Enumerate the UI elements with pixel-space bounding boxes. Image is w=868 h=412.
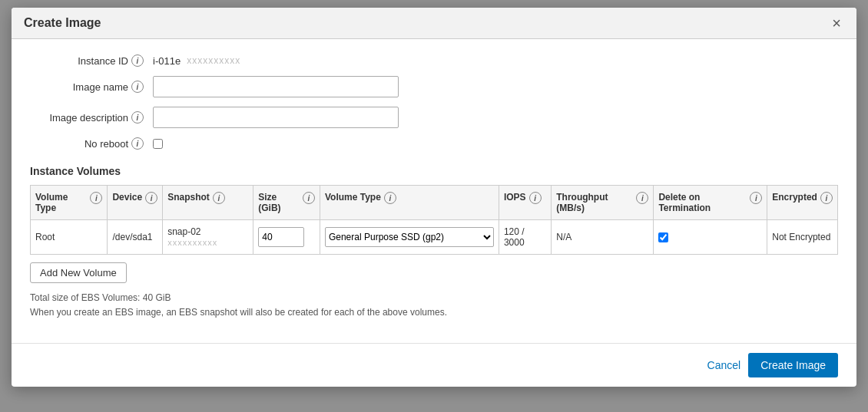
no-reboot-checkbox[interactable] [153, 139, 163, 149]
cell-snapshot-0: snap-02 xxxxxxxxxx [163, 220, 253, 255]
no-reboot-info-icon: i [131, 137, 144, 150]
delete-on-termination-checkbox-0[interactable] [658, 232, 668, 242]
cell-throughput-0: N/A [552, 220, 654, 255]
modal-header: Create Image × [12, 8, 856, 39]
size-input-0[interactable] [258, 227, 304, 247]
modal-footer: Cancel Create Image [12, 343, 856, 387]
image-name-row: Image name i [30, 76, 838, 97]
image-description-row: Image description i [30, 107, 838, 128]
instance-id-value: i-011e xxxxxxxxxx [153, 55, 240, 67]
th-volume-type: Volume Type i [31, 186, 108, 220]
image-name-input[interactable] [153, 76, 399, 97]
th-size: Size (GiB) i [253, 186, 320, 220]
modal-body: Instance ID i i-011e xxxxxxxxxx Image na… [12, 39, 856, 335]
modal-title: Create Image [24, 16, 101, 30]
iops-col-info-icon: i [529, 192, 542, 204]
create-image-modal: Create Image × Instance ID i i-011e xxxx… [12, 8, 856, 387]
instance-id-label: Instance ID i [30, 54, 153, 67]
th-encrypted: Encrypted i [767, 186, 838, 220]
total-size-note: Total size of EBS Volumes: 40 GiB [30, 291, 838, 305]
image-description-input[interactable] [153, 107, 399, 128]
instance-id-row: Instance ID i i-011e xxxxxxxxxx [30, 54, 838, 67]
cell-size-0[interactable] [253, 220, 320, 255]
no-reboot-row: No reboot i [30, 137, 838, 150]
create-image-button[interactable]: Create Image [748, 353, 838, 377]
image-description-label: Image description i [30, 111, 153, 124]
volume-type-col2-info-icon: i [384, 192, 396, 204]
volume-type-col-info-icon: i [90, 192, 102, 204]
th-throughput: Throughput (MB/s) i [552, 186, 654, 220]
cancel-button[interactable]: Cancel [707, 359, 741, 371]
add-new-volume-button[interactable]: Add New Volume [30, 262, 127, 283]
th-device: Device i [108, 186, 163, 220]
cell-volume-type-val-0[interactable]: General Purpose SSD (gp2) General Purpos… [320, 220, 499, 255]
table-row: Root /dev/sda1 snap-02 xxxxxxxxxx Genera… [31, 220, 838, 255]
no-reboot-label: No reboot i [30, 137, 153, 150]
device-col-info-icon: i [145, 192, 157, 204]
encrypted-col-info-icon: i [820, 192, 833, 204]
volumes-table: Volume Type i Device i S [30, 185, 838, 255]
th-iops: IOPS i [499, 186, 551, 220]
cell-volume-type-0: Root [31, 220, 108, 255]
form-section: Instance ID i i-011e xxxxxxxxxx Image na… [30, 54, 838, 150]
instance-id-info-icon: i [131, 54, 144, 67]
footer-notes: Total size of EBS Volumes: 40 GiB When y… [30, 291, 838, 320]
volumes-section-title: Instance Volumes [30, 165, 838, 177]
th-delete-on-termination: Delete on Termination i [654, 186, 767, 220]
image-name-info-icon: i [131, 81, 144, 93]
image-name-label: Image name i [30, 81, 153, 93]
image-description-info-icon: i [131, 111, 144, 124]
throughput-col-info-icon: i [636, 192, 648, 204]
ebs-note: When you create an EBS image, an EBS sna… [30, 305, 838, 320]
delete-on-termination-col-info-icon: i [750, 192, 762, 204]
cell-iops-0: 120 / 3000 [499, 220, 551, 255]
close-button[interactable]: × [829, 15, 844, 31]
th-snapshot: Snapshot i [163, 186, 253, 220]
size-col-info-icon: i [303, 192, 315, 204]
th-volume-type-col: Volume Type i [320, 186, 499, 220]
cell-delete-on-termination-0[interactable] [654, 220, 767, 255]
table-header-row: Volume Type i Device i S [31, 186, 838, 220]
volume-type-select-0[interactable]: General Purpose SSD (gp2) General Purpos… [325, 227, 494, 247]
cell-device-0: /dev/sda1 [108, 220, 163, 255]
snapshot-col-info-icon: i [213, 192, 225, 204]
cell-encrypted-0: Not Encrypted [767, 220, 838, 255]
